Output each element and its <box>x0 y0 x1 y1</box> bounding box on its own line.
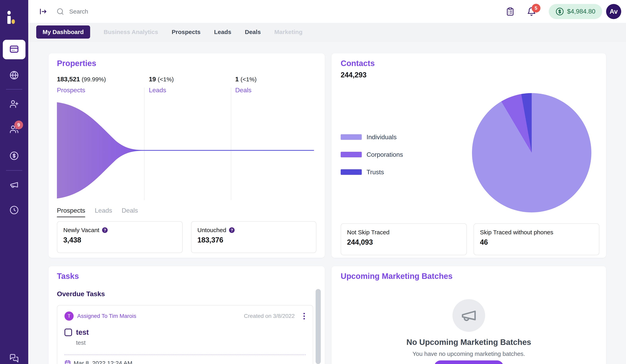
help-icon[interactable]: ? <box>102 227 108 233</box>
tasks-card: Tasks Overdue Tasks T Assigned To Tim Ma… <box>48 266 325 364</box>
balance-amount: $4,984.80 <box>567 8 595 15</box>
empty-state-title: No Upcoming Marketing Batches <box>331 338 606 347</box>
task-description: test <box>76 339 306 346</box>
stage-percent: (<1%) <box>240 76 257 82</box>
contacts-card: Contacts 244,293 Individuals Corporation… <box>331 53 606 258</box>
legend-label: Individuals <box>366 134 396 141</box>
clipboard-button[interactable] <box>506 7 514 16</box>
global-search <box>56 8 497 15</box>
legend-swatch <box>341 169 362 175</box>
subtab-leads[interactable]: Leads <box>95 207 112 217</box>
sidebar-expand-button[interactable] <box>39 7 47 16</box>
tab-my-dashboard[interactable]: My Dashboard <box>36 26 90 38</box>
sidebar-item-support-chat[interactable] <box>0 354 28 364</box>
tasks-title: Tasks <box>57 272 79 281</box>
marketing-batches-card: Upcoming Marketing Batches No Upcoming M… <box>331 266 606 364</box>
task-item: T Assigned To Tim Marois Created on 3/8/… <box>57 305 313 364</box>
marketing-title: Upcoming Marketing Batches <box>341 272 453 281</box>
stat-value: 244,093 <box>347 238 461 247</box>
overdue-tasks-heading: Overdue Tasks <box>57 290 105 298</box>
sidebar-item-finance[interactable] <box>0 151 28 161</box>
stat-label: Not Skip Traced <box>347 229 390 236</box>
sidebar-item-globe[interactable] <box>0 71 28 80</box>
dollar-circle-icon <box>555 7 564 16</box>
sidebar-divider <box>6 170 22 171</box>
stat-untouched[interactable]: Untouched ? 183,376 <box>191 221 316 253</box>
legend-label: Corporations <box>366 151 403 158</box>
funnel-stage-prospects: 183,521 (99.99%) Prospects <box>57 75 106 94</box>
stage-link-leads[interactable]: Leads <box>149 86 174 94</box>
megaphone-empty-state-icon <box>453 299 485 332</box>
tab-leads[interactable]: Leads <box>214 29 232 36</box>
task-title[interactable]: test <box>76 328 89 336</box>
sidebar-item-dashboard[interactable] <box>3 40 26 59</box>
stat-skip-traced-without-phones[interactable]: Skip Traced without phones 46 <box>473 223 599 255</box>
sidebar: 9 <box>0 0 28 364</box>
topbar: 5 $4,984.80 Av <box>28 0 626 23</box>
search-input[interactable] <box>69 8 248 15</box>
task-divider <box>65 355 306 355</box>
stat-label: Untouched <box>197 227 226 233</box>
legend-item-trusts[interactable]: Trusts <box>341 169 384 176</box>
assignee-avatar: T <box>65 312 74 321</box>
properties-title: Properties <box>57 59 96 68</box>
sidebar-item-contacts[interactable] <box>0 125 28 135</box>
dashboard-tabstrip: My Dashboard Business Analytics Prospect… <box>28 23 626 41</box>
notifications-count-badge: 5 <box>532 4 541 12</box>
legend-item-individuals[interactable]: Individuals <box>341 134 396 141</box>
task-menu-button[interactable] <box>303 312 306 320</box>
task-due-date: Mar 8, 2022 12:24 AM <box>74 360 132 364</box>
stage-percent: (<1%) <box>157 76 174 82</box>
task-checkbox[interactable] <box>65 328 72 336</box>
stage-link-prospects[interactable]: Prospects <box>57 86 106 94</box>
contacts-title: Contacts <box>341 59 375 68</box>
task-assigned-to[interactable]: Assigned To Tim Marois <box>77 313 136 319</box>
task-created-date: Created on 3/8/2022 <box>244 313 295 319</box>
logo-i-bar <box>7 16 11 24</box>
account-balance-button[interactable]: $4,984.80 <box>549 4 602 19</box>
stage-value: 183,521 <box>57 75 80 83</box>
user-add-icon <box>9 100 19 109</box>
logo-i-dot <box>7 11 11 15</box>
sidebar-item-history[interactable] <box>0 206 28 216</box>
subtab-prospects[interactable]: Prospects <box>57 207 85 217</box>
stat-value: 46 <box>480 238 593 247</box>
stage-percent: (99.99%) <box>82 76 106 82</box>
tab-prospects[interactable]: Prospects <box>172 29 200 36</box>
stat-not-skip-traced[interactable]: Not Skip Traced 244,093 <box>341 223 467 255</box>
sidebar-item-add-contact[interactable] <box>0 100 28 109</box>
legend-item-corporations[interactable]: Corporations <box>341 151 403 158</box>
properties-funnel-chart <box>57 101 317 200</box>
notifications-button[interactable]: 5 <box>527 7 536 16</box>
properties-subtabs: Prospects Leads Deals <box>57 207 138 217</box>
properties-card: Properties 183,521 (99.99%) Prospects 19… <box>48 53 325 258</box>
stat-newly-vacant[interactable]: Newly Vacant ? 3,438 <box>57 221 183 253</box>
stat-label: Skip Traced without phones <box>480 229 553 236</box>
contacts-total: 244,293 <box>341 71 366 79</box>
clock-icon <box>9 206 19 216</box>
legend-swatch <box>341 134 362 140</box>
chat-icon <box>9 354 19 364</box>
tab-deals[interactable]: Deals <box>245 29 261 36</box>
user-avatar[interactable]: Av <box>606 4 621 19</box>
funnel-stage-deals: 1 (<1%) Deals <box>235 75 257 94</box>
tab-business-analytics[interactable]: Business Analytics <box>104 29 158 36</box>
dashboard-page: 9 <box>0 0 626 364</box>
sidebar-item-marketing[interactable] <box>0 180 28 190</box>
globe-icon <box>9 71 19 80</box>
calendar-icon <box>65 360 71 364</box>
create-marketing-batch-button[interactable] <box>434 361 504 364</box>
legend-label: Trusts <box>366 169 384 176</box>
subtab-deals[interactable]: Deals <box>121 207 138 217</box>
stage-link-deals[interactable]: Deals <box>235 86 257 94</box>
dashboard-cards-icon <box>9 44 19 54</box>
legend-swatch <box>341 152 362 157</box>
tab-marketing[interactable]: Marketing <box>274 29 303 36</box>
stage-value: 1 <box>235 75 239 83</box>
funnel-stage-leads: 19 (<1%) Leads <box>149 75 174 94</box>
search-icon <box>56 8 64 15</box>
tasks-scrollbar[interactable] <box>315 289 321 364</box>
contacts-count-badge: 9 <box>14 120 23 129</box>
app-logo[interactable] <box>0 0 28 24</box>
help-icon[interactable]: ? <box>229 227 235 233</box>
